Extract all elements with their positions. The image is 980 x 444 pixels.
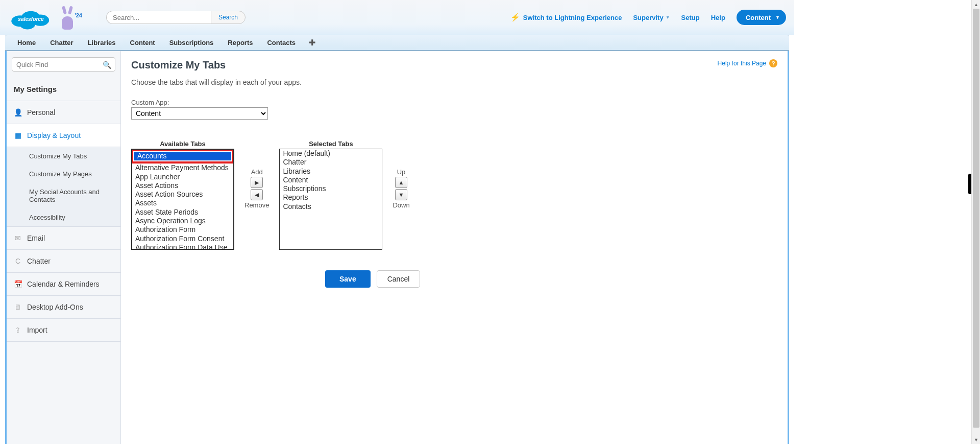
scroll-up-icon[interactable]: ▲: [972, 0, 980, 9]
available-tab-option[interactable]: Assets: [132, 199, 233, 207]
app-switcher-label: Content: [746, 14, 771, 21]
content-row: 🔍 My Settings 👤Personal▦Display & Layout…: [5, 51, 789, 444]
scroll-down-icon[interactable]: ▼: [972, 435, 980, 444]
available-tab-option[interactable]: Asset Actions: [132, 181, 233, 190]
salesforce-logo: salesforce: [9, 4, 53, 32]
selected-tab-option[interactable]: Contacts: [280, 202, 382, 211]
page-description: Choose the tabs that will display in eac…: [131, 78, 777, 86]
selected-tab-option[interactable]: Reports: [280, 193, 382, 202]
switch-lightning-link[interactable]: ⚡ Switch to Lightning Experience: [510, 13, 622, 22]
down-label: Down: [393, 201, 409, 209]
sidebar-item-label: Personal: [27, 108, 55, 116]
header-right: ⚡ Switch to Lightning Experience Supervi…: [510, 0, 786, 35]
custom-app-select[interactable]: Content: [131, 107, 268, 120]
save-button[interactable]: Save: [325, 270, 371, 288]
selected-tab-option[interactable]: Subscriptions: [280, 184, 382, 193]
search-button[interactable]: Search: [211, 11, 246, 24]
sidebar-submenu: Customize My TabsCustomize My PagesMy So…: [7, 147, 120, 227]
sidebar-item-chatter[interactable]: CChatter: [7, 250, 120, 273]
sidebar-sub-accessibility[interactable]: Accessibility: [7, 208, 120, 226]
button-row: Save Cancel: [325, 270, 777, 288]
help-link[interactable]: Help: [711, 14, 725, 21]
help-icon[interactable]: ?: [769, 59, 777, 67]
mascot-year: '24: [75, 12, 82, 18]
selected-tab-option[interactable]: Home (default): [280, 149, 382, 158]
quick-find-input[interactable]: [12, 57, 115, 72]
sidebar-item-label: Chatter: [27, 257, 51, 265]
up-label: Up: [397, 168, 406, 176]
available-tab-option[interactable]: Authorization Form Data Use: [132, 243, 233, 250]
nav-tabs: HomeChatterLibrariesContentSubscriptions…: [5, 35, 789, 51]
cancel-button[interactable]: Cancel: [377, 270, 421, 288]
down-button[interactable]: ▼: [395, 189, 407, 200]
custom-app-label: Custom App:: [131, 99, 777, 106]
available-tab-option[interactable]: Authorization Form: [132, 225, 233, 234]
available-tab-option[interactable]: App Launcher: [132, 173, 233, 181]
selected-tab-option[interactable]: Chatter: [280, 158, 382, 167]
sidebar-item-label: Display & Layout: [27, 131, 81, 139]
main-content: Help for this Page ? Customize My Tabs C…: [121, 51, 788, 444]
calendar-icon: 📅: [14, 280, 22, 288]
dual-listbox: Available Tabs AccountsAlternative Payme…: [131, 140, 777, 250]
nav-tab-home[interactable]: Home: [10, 35, 43, 51]
available-tab-option[interactable]: Asset State Periods: [132, 208, 233, 217]
available-tab-option[interactable]: Authorization Form Consent: [132, 235, 233, 243]
up-button[interactable]: ▲: [395, 177, 407, 188]
app-header: salesforce '24 Search ⚡ Switch to Lightn…: [0, 0, 794, 35]
mail-icon: ✉: [14, 234, 22, 242]
remove-button[interactable]: ◀: [251, 189, 263, 200]
sidebar-item-label: Email: [27, 234, 45, 242]
selected-tab-option[interactable]: Content: [280, 176, 382, 184]
svg-text:salesforce: salesforce: [18, 16, 44, 22]
available-tabs-header: Available Tabs: [131, 140, 234, 148]
add-remove-controls: Add ▶ ◀ Remove: [244, 168, 269, 209]
sidebar-sub-customize-my-pages[interactable]: Customize My Pages: [7, 165, 120, 183]
available-tab-option[interactable]: Alternative Payment Methods: [132, 163, 233, 172]
sidebar-item-desktop-add-ons[interactable]: 🖥Desktop Add-Ons: [7, 296, 120, 319]
browser-scrollbar[interactable]: ▲ ▼: [971, 0, 980, 444]
selected-tab-option[interactable]: Libraries: [280, 167, 382, 176]
available-tab-option[interactable]: Async Operation Logs: [132, 217, 233, 225]
import-icon: ⇪: [14, 326, 22, 334]
help-for-page: Help for this Page ?: [718, 59, 777, 67]
nav-tab-content[interactable]: Content: [123, 35, 162, 51]
desktop-icon: 🖥: [14, 303, 22, 311]
sidebar-sub-my-social-accounts-and-contacts[interactable]: My Social Accounts and Contacts: [7, 183, 120, 208]
user-menu[interactable]: Supervity ▼: [633, 14, 670, 21]
nav-tab-libraries[interactable]: Libraries: [81, 35, 123, 51]
remove-label: Remove: [244, 201, 269, 209]
sidebar-item-import[interactable]: ⇪Import: [7, 319, 120, 342]
sidebar-item-calendar-reminders[interactable]: 📅Calendar & Reminders: [7, 273, 120, 296]
scroll-thumb[interactable]: [973, 9, 979, 428]
sidebar-item-label: Import: [27, 326, 47, 334]
switch-lightning-label: Switch to Lightning Experience: [523, 14, 622, 21]
nav-tab-subscriptions[interactable]: Subscriptions: [162, 35, 221, 51]
search-icon: 🔍: [103, 61, 111, 69]
lightning-icon: ⚡: [510, 13, 520, 22]
mascot-icon: '24: [58, 5, 78, 30]
help-for-page-link[interactable]: Help for this Page: [718, 60, 766, 67]
setup-link[interactable]: Setup: [681, 14, 700, 21]
nav-tab-chatter[interactable]: Chatter: [43, 35, 81, 51]
sidebar-sub-customize-my-tabs[interactable]: Customize My Tabs: [7, 147, 120, 165]
layout-icon: ▦: [14, 131, 22, 139]
page-title: Customize My Tabs: [131, 59, 777, 71]
app-switcher-pill[interactable]: Content ▼: [737, 10, 786, 25]
nav-tab-add[interactable]: ✚: [303, 38, 322, 48]
add-label: Add: [251, 168, 263, 176]
add-button[interactable]: ▶: [251, 177, 263, 188]
available-tabs-listbox[interactable]: AccountsAlternative Payment MethodsApp L…: [131, 149, 234, 250]
search-input[interactable]: [106, 11, 211, 24]
global-search: Search: [106, 11, 246, 24]
available-tab-option[interactable]: Asset Action Sources: [132, 190, 233, 199]
person-icon: 👤: [14, 108, 22, 116]
nav-tab-reports[interactable]: Reports: [220, 35, 260, 51]
selected-tabs-listbox[interactable]: Home (default)ChatterLibrariesContentSub…: [279, 149, 382, 250]
up-down-controls: Up ▲ ▼ Down: [393, 168, 409, 209]
sidebar-item-personal[interactable]: 👤Personal: [7, 101, 120, 124]
sidebar-item-email[interactable]: ✉Email: [7, 227, 120, 250]
available-tab-option[interactable]: Accounts: [134, 152, 231, 160]
nav-tab-contacts[interactable]: Contacts: [260, 35, 303, 51]
sidebar-item-display-layout[interactable]: ▦Display & Layout: [7, 124, 120, 147]
highlight-box: Accounts: [131, 149, 234, 163]
